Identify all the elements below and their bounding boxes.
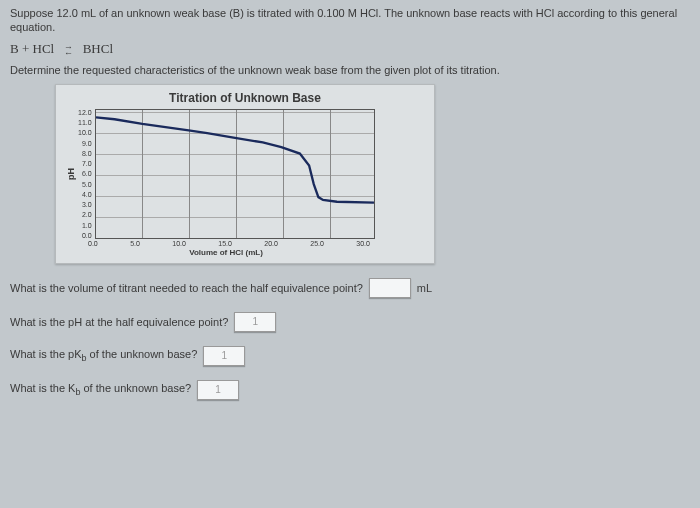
question-3: What is the pKb of the unknown base? 1 bbox=[10, 346, 690, 366]
eq-left: B + HCl bbox=[10, 41, 54, 56]
question-1: What is the volume of titrant needed to … bbox=[10, 278, 690, 298]
q1-unit: mL bbox=[417, 282, 432, 294]
reaction-equation: B + HCl BHCl bbox=[10, 41, 690, 58]
y-axis-label: pH bbox=[66, 168, 76, 180]
x-axis-label: Volume of HCl (mL) bbox=[86, 248, 366, 257]
intro-line-2: Determine the requested characteristics … bbox=[10, 63, 690, 77]
question-4: What is the Kb of the unknown base? 1 bbox=[10, 380, 690, 400]
q3-text: What is the pKb of the unknown base? bbox=[10, 348, 197, 363]
chart-plot-area bbox=[95, 109, 375, 239]
intro-line-1: Suppose 12.0 mL of an unknown weak base … bbox=[10, 6, 690, 35]
problem-statement: Suppose 12.0 mL of an unknown weak base … bbox=[10, 6, 690, 78]
q2-text: What is the pH at the half equivalence p… bbox=[10, 316, 228, 328]
titration-chart-panel: Titration of Unknown Base pH 12.011.0 10… bbox=[55, 84, 435, 264]
eq-right: BHCl bbox=[83, 41, 113, 56]
q4-text: What is the Kb of the unknown base? bbox=[10, 382, 191, 397]
titration-curve bbox=[96, 110, 374, 221]
q3-input[interactable]: 1 bbox=[203, 346, 245, 366]
equilibrium-arrows-icon bbox=[57, 44, 79, 56]
y-axis-ticks: 12.011.0 10.09.0 8.07.0 6.05.0 4.03.0 2.… bbox=[78, 109, 95, 239]
question-2: What is the pH at the half equivalence p… bbox=[10, 312, 690, 332]
q1-input[interactable] bbox=[369, 278, 411, 298]
q2-input[interactable]: 1 bbox=[234, 312, 276, 332]
chart-title: Titration of Unknown Base bbox=[66, 91, 424, 105]
q1-text: What is the volume of titrant needed to … bbox=[10, 282, 363, 294]
x-axis-ticks: 0.05.0 10.015.0 20.025.0 30.0 bbox=[88, 240, 370, 247]
q4-input[interactable]: 1 bbox=[197, 380, 239, 400]
